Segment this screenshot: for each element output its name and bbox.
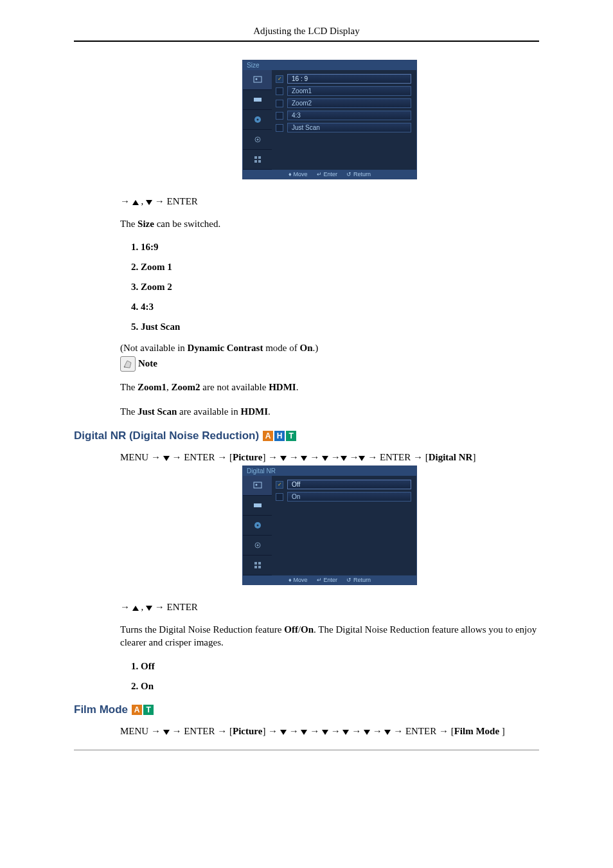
down-arrow-icon <box>322 456 328 461</box>
svg-rect-2 <box>254 98 262 102</box>
osd-row: On <box>276 492 411 502</box>
size-options-list: 16:9 Zoom 1 Zoom 2 4:3 Just Scan <box>123 242 539 332</box>
disc-icon <box>243 516 272 536</box>
down-arrow-icon <box>359 456 365 461</box>
section-digital-nr: Digital NR (Digital Noise Reduction) A H… <box>74 429 539 442</box>
down-arrow-icon <box>322 730 328 735</box>
list-item: Just Scan <box>141 321 539 332</box>
badge-t: T <box>143 705 154 715</box>
osd-row-label: 4:3 <box>287 111 411 120</box>
svg-rect-9 <box>254 160 257 163</box>
mode-badges: A H T <box>263 431 296 441</box>
down-arrow-icon <box>280 456 287 461</box>
down-arrow-icon <box>341 456 347 461</box>
mode-badges: A T <box>132 705 154 715</box>
nav-sequence: → , → ENTER <box>120 196 539 207</box>
list-item: Zoom 1 <box>141 262 539 273</box>
footer-enter: Enter <box>324 577 338 583</box>
osd-row-label: Off <box>287 480 411 489</box>
footer-return: Return <box>353 577 371 583</box>
check-icon <box>276 493 283 501</box>
osd-row-label: Just Scan <box>287 123 411 132</box>
osd-digital-nr: Digital NR ✓Off On ♦Move ↵Enter ↺ <box>242 466 417 585</box>
down-arrow-icon <box>163 730 170 735</box>
section-film-mode: Film Mode A T <box>74 703 539 716</box>
return-icon: ↺ <box>346 577 351 583</box>
down-arrow-icon <box>301 730 307 735</box>
check-icon: ✓ <box>276 481 283 489</box>
check-icon <box>276 112 283 120</box>
menu-path-film: MENU → → ENTER → [Picture] → → → → → → →… <box>120 726 539 737</box>
osd-icon-col <box>243 70 272 170</box>
check-icon <box>276 124 283 132</box>
move-icon: ♦ <box>289 577 292 583</box>
osd-row: ✓Off <box>276 480 411 489</box>
osd-footer: ♦Move ↵Enter ↺Return <box>243 575 416 584</box>
up-arrow-icon <box>132 200 139 205</box>
dynamic-contrast-note: (Not available in Dynamic Contrast mode … <box>120 341 539 354</box>
check-icon: ✓ <box>276 75 283 83</box>
nav-sequence: → , → ENTER <box>120 602 539 613</box>
footer-enter: Enter <box>324 171 338 177</box>
svg-point-1 <box>255 78 257 80</box>
osd-row: Just Scan <box>276 123 411 132</box>
svg-rect-19 <box>258 562 261 565</box>
move-icon: ♦ <box>289 171 292 177</box>
list-item: 16:9 <box>141 242 539 253</box>
svg-rect-0 <box>254 77 262 82</box>
header-rule <box>74 41 539 42</box>
disc-icon <box>243 110 272 130</box>
up-arrow-icon <box>132 606 139 611</box>
note-row: Note <box>120 356 539 372</box>
note-icon <box>120 356 136 372</box>
svg-rect-11 <box>254 482 262 488</box>
enter-label: ENTER <box>167 602 198 612</box>
osd-row-label: On <box>287 492 411 502</box>
down-arrow-icon <box>364 730 370 735</box>
list-item: Off <box>141 661 539 672</box>
osd-size: Size ✓16 : 9 Zoom1 Zoom2 4:3 Just Scan <box>242 60 417 179</box>
down-arrow-icon <box>301 456 307 461</box>
badge-h: H <box>274 431 285 441</box>
check-icon <box>276 87 283 95</box>
grid-icon <box>243 150 272 170</box>
section-title: Film Mode <box>74 703 128 716</box>
enter-label: ENTER <box>167 196 198 206</box>
svg-rect-8 <box>258 156 261 159</box>
osd-row: Zoom2 <box>276 98 411 108</box>
osd-title: Digital NR <box>243 466 416 476</box>
osd-row: ✓16 : 9 <box>276 74 411 84</box>
down-arrow-icon <box>146 200 152 205</box>
size-switch-text: The Size can be switched. <box>120 217 539 230</box>
osd-row: Zoom1 <box>276 86 411 96</box>
svg-rect-13 <box>254 503 262 507</box>
down-arrow-icon <box>280 730 287 735</box>
osd-row-label: 16 : 9 <box>287 74 411 84</box>
badge-a: A <box>132 705 142 715</box>
justscan-hdmi-note: The Just Scan are available in HDMI. <box>120 405 539 418</box>
dnr-options-list: Off On <box>123 661 539 692</box>
footer-return: Return <box>353 171 371 177</box>
zoom-hdmi-note: The Zoom1, Zoom2 are not available HDMI. <box>120 381 539 393</box>
svg-point-15 <box>256 525 258 527</box>
osd-row-label: Zoom2 <box>287 98 411 108</box>
svg-rect-20 <box>254 566 257 568</box>
osd-icon-col <box>243 476 272 575</box>
down-arrow-icon <box>384 730 391 735</box>
badge-a: A <box>263 431 273 441</box>
osd-row-label: Zoom1 <box>287 86 411 96</box>
check-icon <box>276 100 283 107</box>
grid-icon <box>243 556 272 575</box>
return-icon: ↺ <box>346 171 351 177</box>
page-header: Adjusting the LCD Display <box>74 26 539 37</box>
list-item: Zoom 2 <box>141 282 539 293</box>
menu-path-dnr: MENU → → ENTER → [Picture] → → → → → → E… <box>120 452 539 463</box>
gear-icon <box>243 536 272 556</box>
svg-point-17 <box>256 545 258 547</box>
footer-rule <box>74 750 539 750</box>
input-icon <box>243 90 272 110</box>
footer-move: Move <box>294 171 308 177</box>
down-arrow-icon <box>163 456 170 461</box>
down-arrow-icon <box>146 606 152 611</box>
section-title: Digital NR (Digital Noise Reduction) <box>74 429 259 442</box>
